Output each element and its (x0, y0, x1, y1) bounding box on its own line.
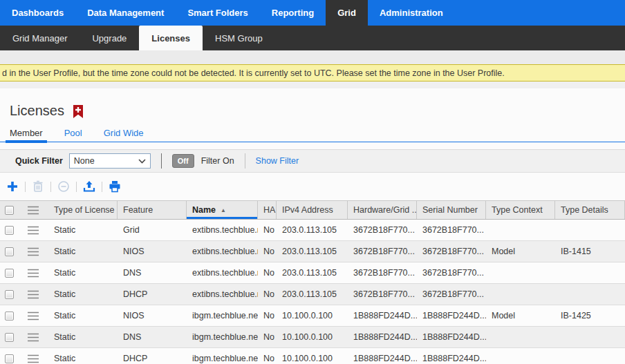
cell-hardware-grid: 1B888FD244D... (348, 332, 417, 342)
nav-item-dashboards[interactable]: Dashboards (0, 0, 75, 26)
cell-feature: Grid (118, 225, 187, 235)
table-row[interactable]: StaticDHCPextibns.techblue.netNo203.0.11… (0, 284, 625, 305)
subnav-item-licenses[interactable]: Licenses (139, 26, 203, 50)
cell-serial-number: 3672B18F770... (417, 268, 486, 278)
quick-filter-value: None (74, 156, 95, 166)
subnav-item-upgrade[interactable]: Upgrade (80, 26, 139, 50)
column-header-ipv4-address[interactable]: IPv4 Address (277, 201, 348, 219)
column-label: Feature (123, 205, 153, 215)
cell-name: ibgm.techblue.net (187, 354, 258, 363)
cell-type-of-license: Static (48, 289, 118, 299)
nav-item-smart-folders[interactable]: Smart Folders (176, 0, 259, 26)
subnav-item-hsm-group[interactable]: HSM Group (203, 26, 275, 50)
cell-serial-number: 1B888FD244D... (417, 354, 486, 363)
add-icon[interactable] (5, 179, 20, 194)
column-header-type-details[interactable]: Type Details (555, 201, 625, 219)
show-filter-link[interactable]: Show Filter (256, 156, 299, 166)
cell-feature: NIOS (118, 311, 187, 320)
tab-member[interactable]: Member (10, 126, 43, 142)
select-all-checkbox-cell (0, 201, 21, 219)
row-checkbox-cell (0, 354, 21, 363)
licenses-table: Type of LicenseFeatureName▲HAIPv4 Addres… (0, 200, 625, 364)
filter-toggle-button[interactable]: Off (172, 154, 194, 168)
cell-hardware-grid: 3672B18F770... (348, 268, 417, 278)
nav-item-reporting[interactable]: Reporting (260, 0, 326, 26)
cell-ipv4-address: 203.0.113.105 (277, 289, 348, 299)
table-row[interactable]: StaticGridextibns.techblue.netNo203.0.11… (0, 220, 625, 241)
cell-ipv4-address: 203.0.113.105 (277, 268, 348, 278)
row-menu-icon-cell (21, 269, 48, 278)
toolbar-divider (76, 182, 77, 192)
row-checkbox[interactable] (5, 354, 14, 363)
row-menu-icon[interactable] (27, 226, 39, 235)
page-title: Licenses (10, 103, 64, 119)
cell-serial-number: 1B888FD244D... (417, 332, 486, 342)
row-checkbox[interactable] (5, 290, 14, 299)
row-menu-icon[interactable] (27, 312, 39, 320)
bookmark-add-icon[interactable] (73, 105, 83, 118)
row-menu-icon-cell (21, 290, 48, 299)
column-header-type-context[interactable]: Type Context (486, 201, 555, 219)
timezone-warning-banner: d in the User Profile, but the time zone… (0, 64, 625, 82)
nav-item-grid[interactable]: Grid (326, 0, 368, 26)
column-label: IPv4 Address (282, 205, 333, 215)
column-label: HA (263, 205, 275, 215)
nav-item-data-management[interactable]: Data Management (75, 0, 176, 26)
row-menu-icon-cell (21, 247, 48, 256)
row-menu-icon[interactable] (27, 247, 39, 256)
column-label: Type Details (561, 205, 608, 215)
row-menu-icon-cell (21, 333, 48, 342)
cell-ha: No (258, 311, 277, 320)
primary-nav: DashboardsData ManagementSmart FoldersRe… (0, 0, 625, 26)
cell-serial-number: 1B888FD244D... (417, 311, 486, 320)
row-checkbox[interactable] (5, 312, 14, 320)
subnav-item-grid-manager[interactable]: Grid Manager (0, 26, 80, 50)
row-checkbox[interactable] (5, 333, 14, 342)
table-row[interactable]: StaticNIOSextibns.techblue.netNo203.0.11… (0, 241, 625, 262)
upload-icon[interactable] (82, 179, 97, 194)
cell-hardware-grid: 3672B18F770... (348, 247, 417, 256)
cell-type-context: Model (486, 247, 555, 256)
row-menu-icon[interactable] (27, 354, 39, 363)
banner-spacer (0, 82, 625, 88)
license-tabs: MemberPoolGrid Wide (0, 126, 625, 142)
tab-grid-wide[interactable]: Grid Wide (104, 126, 144, 142)
tab-pool[interactable]: Pool (64, 126, 82, 142)
cell-ipv4-address: 203.0.113.105 (277, 247, 348, 256)
cell-type-of-license: Static (48, 268, 118, 278)
cell-serial-number: 3672B18F770... (417, 247, 486, 256)
quick-filter-bar: Quick Filter None Off Filter On Show Fil… (0, 149, 625, 173)
print-icon[interactable] (107, 179, 122, 194)
cell-ipv4-address: 10.100.0.100 (277, 332, 348, 342)
column-header-hardware-grid[interactable]: Hardware/Grid ... (348, 201, 417, 219)
column-header-feature[interactable]: Feature (118, 201, 187, 219)
row-menu-icon[interactable] (27, 290, 39, 299)
filter-bar-divider (245, 153, 245, 169)
row-menu-icon[interactable] (27, 333, 39, 342)
nav-item-administration[interactable]: Administration (368, 0, 455, 26)
quick-filter-select[interactable]: None (69, 153, 151, 169)
cell-type-of-license: Static (48, 311, 118, 320)
column-header-type-of-license[interactable]: Type of License (48, 201, 118, 219)
row-checkbox[interactable] (5, 269, 14, 278)
table-row[interactable]: StaticNIOSibgm.techblue.netNo10.100.0.10… (0, 305, 625, 327)
column-header-name[interactable]: Name▲ (187, 201, 258, 219)
column-menu-icon[interactable] (27, 206, 39, 215)
select-all-checkbox[interactable] (5, 206, 14, 215)
column-header-serial-number[interactable]: Serial Number (417, 201, 486, 219)
cell-feature: DNS (118, 268, 187, 278)
filter-toggle-caption: Filter On (201, 156, 234, 166)
column-label: Serial Number (422, 205, 478, 215)
table-row[interactable]: StaticDHCPibgm.techblue.netNo10.100.0.10… (0, 348, 625, 364)
toolbar-divider (50, 182, 51, 192)
cell-type-details: IB-1425 (555, 311, 625, 320)
row-checkbox[interactable] (5, 226, 14, 235)
table-row[interactable]: StaticDNSextibns.techblue.netNo203.0.113… (0, 262, 625, 284)
row-checkbox[interactable] (5, 247, 14, 256)
column-header-ha[interactable]: HA (258, 201, 277, 219)
table-row[interactable]: StaticDNSibgm.techblue.netNo10.100.0.100… (0, 327, 625, 348)
toolbar-divider (25, 182, 26, 192)
row-menu-icon[interactable] (27, 269, 39, 278)
secondary-nav: Grid ManagerUpgradeLicensesHSM Group (0, 26, 625, 50)
row-checkbox-cell (0, 333, 21, 342)
